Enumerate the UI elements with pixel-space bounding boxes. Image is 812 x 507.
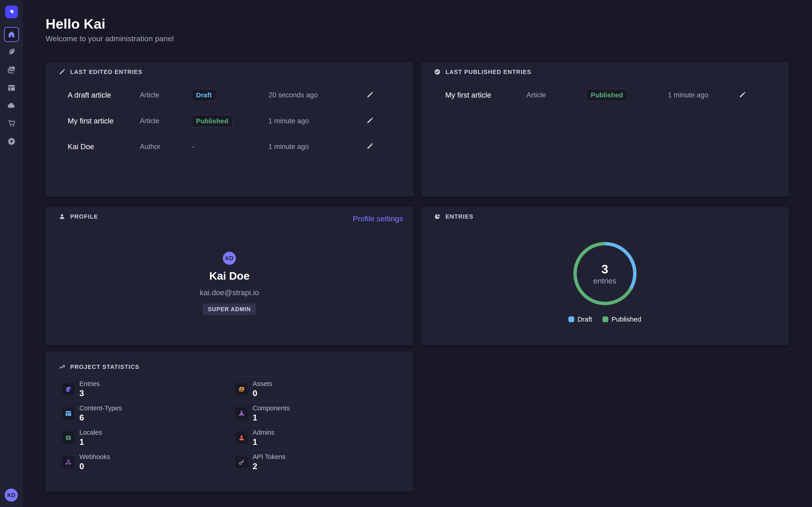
entry-name: My first article — [68, 117, 140, 125]
person-icon — [238, 434, 245, 441]
stat-cell-admins: Admins 1 — [230, 426, 403, 450]
entry-time: 20 seconds ago — [268, 91, 365, 99]
stat-cell-components: Components 1 — [230, 401, 403, 426]
pencil-icon — [366, 117, 374, 124]
cloud-icon — [7, 101, 16, 110]
profile-email: kai.doe@strapi.io — [46, 288, 413, 297]
entry-time: 1 minute ago — [268, 143, 365, 151]
stack-documents-icon — [65, 386, 72, 393]
stat-value: 0 — [80, 462, 110, 471]
entry-type: Author — [140, 143, 192, 151]
project-statistics-panel: PROJECT STATISTICS Entries 3 Assets 0 — [46, 352, 413, 492]
entry-name: A draft article — [68, 91, 140, 99]
page-title: Hello Kai — [46, 16, 105, 32]
stat-label: Admins — [253, 429, 274, 436]
status-badge: Published — [587, 89, 627, 101]
strapi-logo-icon[interactable] — [5, 6, 18, 18]
edit-entry-button[interactable] — [365, 116, 374, 125]
entries-panel: ENTRIES 3 entries Draft Published — [421, 207, 789, 345]
profile-settings-link[interactable]: Profile settings — [353, 214, 403, 223]
key-icon — [238, 459, 245, 466]
stat-icon-tile — [236, 432, 248, 444]
stat-icon-tile — [62, 456, 74, 468]
stat-cell-api-tokens: API Tokens 2 — [230, 450, 403, 474]
legend-label: Draft — [577, 316, 592, 323]
profile-panel: PROFILE Profile settings KD Kai Doe kai.… — [46, 207, 413, 345]
entries-count-label: entries — [593, 277, 616, 285]
dashboard-page: KD Hello Kai Welcome to your administrat… — [0, 0, 812, 507]
entry-type: Article — [526, 91, 587, 99]
pencil-icon — [58, 68, 66, 75]
donut-center-label: 3 entries — [571, 240, 639, 307]
status-badge: Published — [192, 115, 233, 127]
sidebar-divider-top — [0, 22, 22, 23]
stat-label: Entries — [80, 380, 100, 388]
sidebar-item-content-type-builder[interactable] — [4, 80, 19, 95]
trend-up-icon — [58, 363, 66, 371]
sidebar-item-home[interactable] — [4, 27, 19, 42]
pencil-icon — [366, 143, 374, 150]
panel-header: LAST EDITED ENTRIES — [58, 68, 143, 75]
panel-title: PROFILE — [70, 213, 98, 220]
stat-icon-tile — [236, 456, 248, 468]
last-published-entries-panel: LAST PUBLISHED ENTRIES My first article … — [421, 62, 789, 196]
sidebar-item-media-library[interactable] — [4, 62, 19, 77]
entry-type: Article — [140, 91, 192, 99]
stat-value: 1 — [80, 437, 102, 447]
entry-row[interactable]: A draft article Article Draft 20 seconds… — [56, 82, 403, 108]
draft-swatch — [568, 316, 574, 322]
person-icon — [58, 213, 66, 220]
sidebar-user-avatar[interactable]: KD — [5, 489, 18, 502]
entry-time: 1 minute ago — [668, 91, 738, 99]
panel-title: LAST EDITED ENTRIES — [70, 68, 143, 75]
sidebar-item-settings[interactable] — [4, 134, 19, 149]
entry-type: Article — [140, 117, 192, 125]
sidebar-divider-bottom — [0, 487, 22, 487]
role-badge: SUPER ADMIN — [203, 303, 256, 315]
sidebar-item-cloud[interactable] — [4, 98, 19, 113]
stats-grid: Entries 3 Assets 0 Content-Types 6 — [56, 377, 403, 474]
entry-row[interactable]: Kai Doe Author - 1 minute ago — [56, 133, 403, 159]
sidebar-item-marketplace[interactable] — [4, 116, 19, 130]
feather-icon — [7, 48, 16, 56]
profile-avatar: KD — [223, 252, 236, 265]
panel-header: PROJECT STATISTICS — [58, 363, 139, 371]
stat-icon-tile — [236, 407, 248, 419]
entries-donut-chart: 3 entries — [571, 240, 639, 307]
stat-label: Assets — [253, 380, 272, 388]
chart-legend: Draft Published — [421, 316, 789, 323]
stat-label: Components — [253, 404, 290, 412]
stat-value: 2 — [253, 462, 286, 471]
stat-icon-tile — [62, 407, 74, 419]
stat-value: 6 — [80, 413, 122, 422]
entry-row[interactable]: My first article Article Published 1 min… — [432, 82, 778, 108]
stat-cell-locales: Locales 1 — [56, 426, 230, 450]
edit-entry-button[interactable] — [365, 91, 374, 100]
stat-label: Locales — [80, 429, 102, 436]
images-icon — [7, 66, 16, 74]
stat-cell-content-types: Content-Types 6 — [56, 401, 230, 426]
published-swatch — [603, 316, 608, 322]
layout-icon — [7, 83, 16, 92]
edit-entry-button[interactable] — [738, 91, 747, 100]
stat-cell-webhooks: Webhooks 0 — [56, 450, 230, 474]
legend-item-published: Published — [603, 316, 641, 323]
globe-icon — [65, 434, 72, 441]
entry-row[interactable]: My first article Article Published 1 min… — [56, 108, 403, 133]
panel-title: PROJECT STATISTICS — [70, 363, 139, 371]
entry-time: 1 minute ago — [268, 117, 365, 125]
stat-cell-entries: Entries 3 — [56, 377, 230, 401]
stat-cell-assets: Assets 0 — [230, 377, 403, 401]
check-circle-icon — [434, 68, 441, 75]
legend-label: Published — [611, 316, 641, 323]
stat-icon-tile — [62, 383, 74, 395]
edit-entry-button[interactable] — [365, 142, 374, 151]
page-subtitle: Welcome to your administration panel — [46, 34, 174, 43]
status-none: - — [192, 143, 194, 151]
panel-title: ENTRIES — [446, 213, 473, 220]
panel-header: ENTRIES — [434, 213, 473, 220]
sidebar-nav: KD — [0, 0, 23, 507]
stat-label: Webhooks — [80, 453, 110, 461]
sidebar-item-content-manager[interactable] — [4, 44, 19, 59]
legend-item-draft: Draft — [568, 316, 592, 323]
